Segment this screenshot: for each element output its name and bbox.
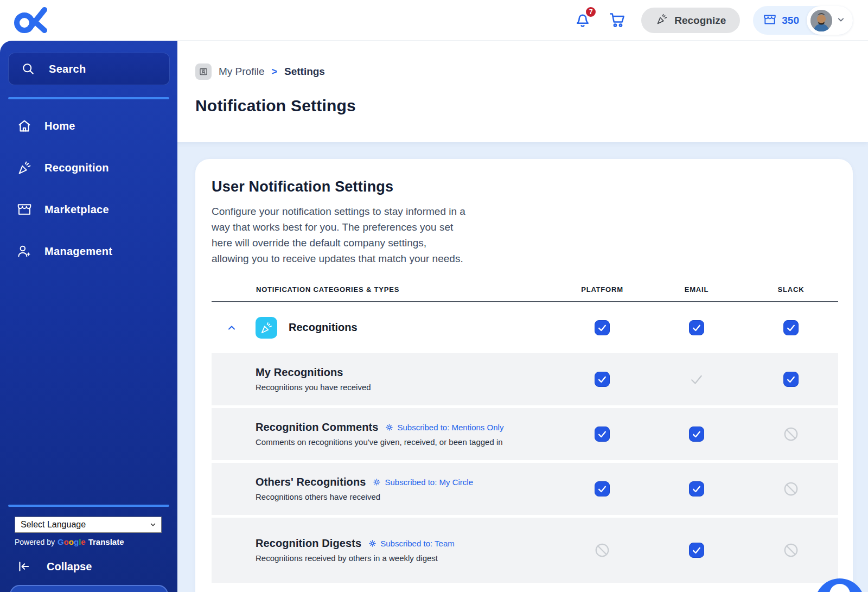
home-icon — [16, 118, 33, 134]
row-others-recognitions: Others' Recognitions Subscribed to: My C… — [212, 463, 838, 515]
row-subtitle: Recognitions received by others in a wee… — [256, 553, 555, 563]
collapse-sidebar-button[interactable]: Collapse — [16, 559, 92, 574]
checkbox-checked-icon — [595, 320, 610, 335]
sidebar-divider-bottom — [8, 505, 169, 507]
search-label: Search — [49, 63, 86, 75]
search-input[interactable]: Search — [8, 53, 170, 85]
sidebar-item-management[interactable]: Management — [0, 235, 177, 268]
checkbox-checked-icon — [689, 481, 704, 496]
company-logo[interactable] — [11, 4, 51, 39]
checkbox-checked-icon — [595, 427, 610, 442]
my-recognitions-platform-toggle[interactable] — [555, 372, 649, 387]
blocked-icon — [783, 481, 799, 497]
notification-table: NOTIFICATION CATEGORIES & TYPES PLATFORM… — [212, 285, 838, 583]
checkbox-checked-icon — [595, 481, 610, 496]
cart-icon — [608, 10, 627, 31]
row-subtitle: Comments on recognitions you've given, r… — [256, 437, 555, 447]
row-subtitle: Recognitions others have received — [256, 492, 555, 501]
others-recognitions-email-toggle[interactable] — [649, 481, 744, 496]
points-balance: 350 — [782, 15, 799, 27]
recognitions-platform-toggle[interactable] — [555, 320, 649, 335]
collapse-label: Collapse — [47, 561, 92, 573]
my-recognitions-slack-toggle[interactable] — [744, 372, 838, 387]
recognitions-email-toggle[interactable] — [649, 320, 744, 335]
help-fab-icon — [829, 584, 850, 592]
search-icon — [21, 61, 36, 77]
gear-icon — [372, 478, 381, 487]
checkbox-checked-icon — [689, 543, 704, 558]
gear-icon — [368, 539, 377, 548]
table-header-row: NOTIFICATION CATEGORIES & TYPES PLATFORM… — [212, 285, 838, 302]
page-title: Notification Settings — [195, 97, 356, 115]
card-heading: User Notification Settings — [212, 179, 838, 195]
card-description: Configure your notification settings to … — [212, 204, 465, 267]
subscription-link[interactable]: Subscribed to: Team — [368, 539, 454, 548]
checkbox-checked-icon — [783, 372, 799, 387]
user-menu[interactable] — [807, 6, 853, 35]
party-popper-icon — [16, 160, 33, 176]
sidebar: Search Home — [0, 41, 177, 592]
topbar-actions: 7 Recognize — [572, 0, 853, 41]
cart-button[interactable] — [607, 10, 628, 31]
storefront-icon — [763, 12, 777, 29]
checkbox-checked-icon — [783, 320, 799, 335]
blocked-icon — [783, 426, 799, 442]
sidebar-item-home[interactable]: Home — [0, 110, 177, 142]
recognition-digests-platform-toggle — [555, 542, 649, 558]
app-root: 7 Recognize — [0, 0, 868, 592]
row-recognition-comments: Recognition Comments Subscribed to: Ment… — [212, 408, 838, 460]
recognize-button[interactable]: Recognize — [641, 8, 740, 33]
recognition-digests-email-toggle[interactable] — [649, 543, 744, 558]
language-select[interactable]: Select Language — [15, 517, 162, 533]
sidebar-divider-top — [8, 97, 169, 99]
my-recognitions-email-toggle — [649, 371, 744, 387]
id-card-icon — [195, 63, 212, 80]
checkbox-checked-icon — [595, 372, 610, 387]
party-popper-icon — [655, 12, 668, 28]
breadcrumb-my-profile[interactable]: My Profile — [219, 66, 264, 78]
translate-label: Translate — [88, 537, 124, 546]
subscription-link[interactable]: Subscribed to: My Circle — [372, 478, 473, 487]
sidebar-item-management-label: Management — [44, 245, 112, 258]
google-logo-text: Google — [58, 537, 86, 546]
party-popper-icon — [259, 321, 273, 335]
row-subtitle: Recognitions you have received — [256, 383, 555, 392]
recognition-comments-platform-toggle[interactable] — [555, 427, 649, 442]
sidebar-item-home-label: Home — [44, 120, 75, 132]
sidebar-item-marketplace[interactable]: Marketplace — [0, 193, 177, 226]
column-header-email: EMAIL — [649, 285, 744, 294]
sidebar-item-recognition-label: Recognition — [44, 162, 109, 174]
row-my-recognitions: My Recognitions Recognitions you have re… — [212, 353, 838, 405]
sidebar-nav: Home Recognition Marketp — [0, 110, 177, 277]
chevron-down-icon — [835, 14, 846, 27]
recognition-digests-slack-toggle — [744, 542, 838, 558]
sidebar-item-recognition[interactable]: Recognition — [0, 151, 177, 184]
breadcrumb-settings[interactable]: Settings — [284, 66, 325, 78]
recognitions-slack-toggle[interactable] — [744, 320, 838, 335]
others-recognitions-platform-toggle[interactable] — [555, 481, 649, 496]
user-gear-icon — [16, 243, 33, 259]
points-pill[interactable]: 350 — [753, 6, 853, 35]
blocked-icon — [783, 542, 799, 558]
recognize-button-label: Recognize — [674, 15, 726, 27]
breadcrumb: My Profile > Settings — [195, 63, 325, 80]
recognitions-category-icon — [256, 317, 277, 339]
gear-icon — [385, 423, 394, 432]
row-recognition-digests: Recognition Digests Subscribed to: Team … — [212, 518, 838, 583]
category-row-recognitions: Recognitions — [212, 302, 838, 353]
powered-by-label: Powered by — [15, 538, 55, 546]
subscription-link[interactable]: Subscribed to: Mentions Only — [385, 423, 503, 432]
row-title: Recognition Comments — [256, 421, 378, 434]
sidebar-item-marketplace-label: Marketplace — [44, 203, 109, 216]
collapse-category-button[interactable] — [225, 321, 238, 334]
alpha-logo-icon — [11, 29, 51, 39]
row-title: Others' Recognitions — [256, 476, 366, 488]
checkbox-checked-icon — [689, 320, 704, 335]
column-header-platform: PLATFORM — [555, 285, 649, 294]
check-gray-icon — [688, 371, 705, 387]
notifications-button[interactable]: 7 — [572, 10, 593, 31]
notification-settings-card: User Notification Settings Configure you… — [195, 159, 853, 592]
main-content: My Profile > Settings Notification Setti… — [177, 41, 868, 592]
recognition-comments-email-toggle[interactable] — [649, 427, 744, 442]
select-chevron-icon — [149, 521, 157, 529]
